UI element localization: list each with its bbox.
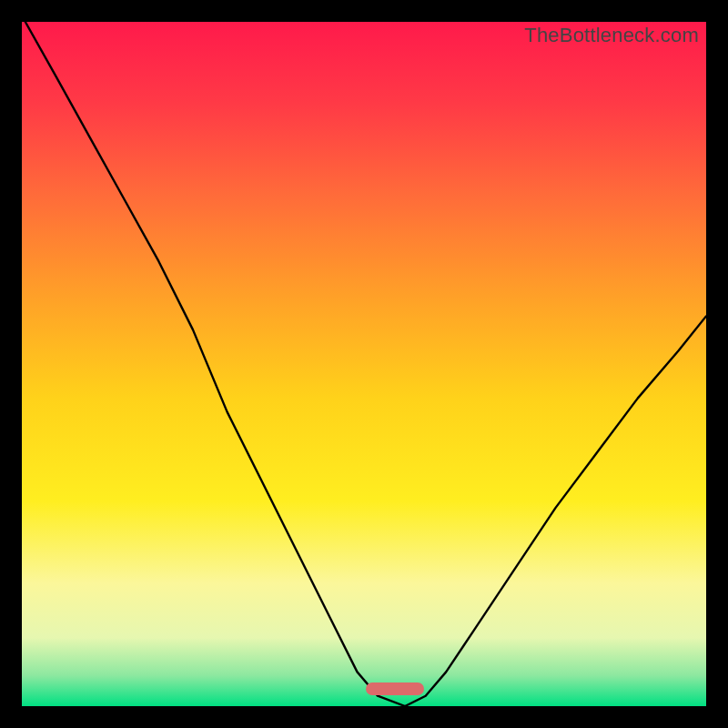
plot-area: TheBottleneck.com [22, 22, 706, 706]
gradient-background [22, 22, 706, 706]
chart-frame: TheBottleneck.com [0, 0, 728, 728]
chart-svg [22, 22, 706, 706]
optimal-marker [366, 682, 424, 695]
